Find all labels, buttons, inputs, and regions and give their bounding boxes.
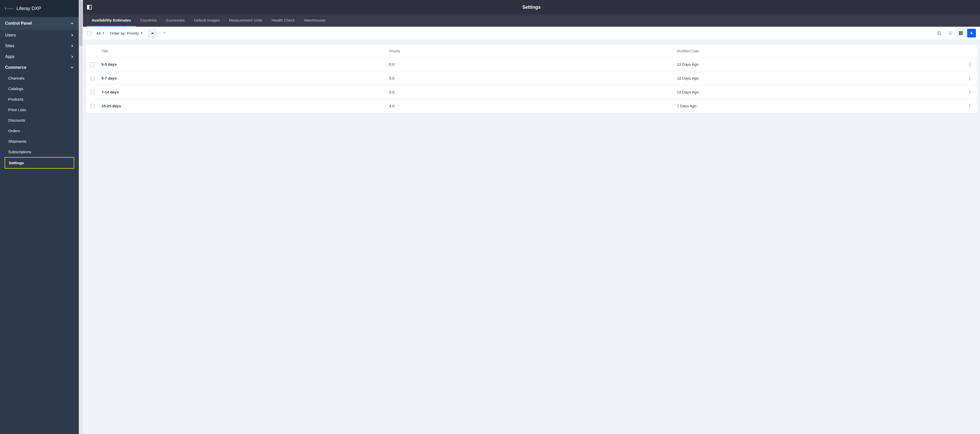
tab-currencies[interactable]: Currencies bbox=[161, 14, 189, 27]
chevron-right-icon bbox=[71, 45, 74, 48]
svg-rect-20 bbox=[960, 33, 961, 33]
brand-title: Liferay DXP bbox=[16, 6, 41, 11]
view-table-button[interactable] bbox=[956, 29, 965, 38]
cell-title[interactable]: 5-7 days bbox=[99, 76, 387, 80]
sidebar-heading-commerce[interactable]: Commerce bbox=[0, 62, 79, 73]
sidebar-item-subscriptions[interactable]: Subscriptions bbox=[0, 146, 79, 157]
svg-point-31 bbox=[969, 78, 970, 78]
sidebar-item-channels[interactable]: Channels bbox=[0, 73, 79, 83]
sidebar-heading-label: Commerce bbox=[5, 65, 26, 70]
svg-marker-4 bbox=[151, 32, 154, 34]
row-checkbox[interactable] bbox=[91, 76, 95, 80]
svg-rect-16 bbox=[959, 31, 960, 32]
caret-up-icon bbox=[151, 32, 154, 34]
sidebar-item-label: Settings bbox=[9, 161, 24, 165]
column-header-priority[interactable]: Priority bbox=[387, 49, 675, 53]
sidebar-item-products[interactable]: Products bbox=[0, 94, 79, 105]
tab-warehouses[interactable]: Warehouses bbox=[299, 14, 330, 27]
svg-point-30 bbox=[969, 76, 970, 77]
tabbar: Availability Estimates Countries Currenc… bbox=[83, 14, 980, 27]
view-list-button[interactable] bbox=[946, 29, 955, 38]
sidebar-item-price-lists[interactable]: Price Lists bbox=[0, 105, 79, 115]
highlighted-nav-item: Settings bbox=[5, 157, 74, 169]
row-actions-button[interactable] bbox=[963, 62, 977, 67]
table-header: Title Priority Modified Date bbox=[86, 45, 977, 57]
panel-toggle-icon[interactable] bbox=[87, 5, 92, 10]
svg-rect-8 bbox=[937, 33, 939, 35]
row-checkbox[interactable] bbox=[91, 104, 95, 108]
tab-health-check[interactable]: Health Check bbox=[267, 14, 299, 27]
sidebar-scrollbar[interactable] bbox=[79, 0, 83, 434]
row-checkbox[interactable] bbox=[91, 90, 95, 94]
cell-priority: 0.0 bbox=[387, 90, 675, 94]
svg-point-37 bbox=[969, 105, 970, 106]
column-header-title[interactable]: Title bbox=[99, 49, 387, 53]
sort-descending-button[interactable] bbox=[160, 29, 169, 38]
chevron-right-icon bbox=[71, 33, 74, 37]
svg-point-33 bbox=[969, 90, 970, 91]
order-by-dropdown[interactable]: Order by: Priority bbox=[110, 31, 143, 35]
svg-rect-9 bbox=[939, 33, 941, 35]
row-actions-button[interactable] bbox=[963, 90, 977, 94]
sidebar-item-apps[interactable]: Apps bbox=[0, 51, 79, 62]
sidebar-item-sites[interactable]: Sites bbox=[0, 41, 79, 51]
scrollbar-thumb[interactable] bbox=[79, 0, 83, 46]
svg-point-34 bbox=[969, 92, 970, 92]
tab-availability-estimates[interactable]: Availability Estimates bbox=[87, 14, 136, 27]
svg-rect-13 bbox=[949, 33, 952, 33]
cell-title[interactable]: 3-5 days bbox=[99, 62, 387, 67]
sidebar-item-label: Sites bbox=[5, 44, 14, 48]
cell-modified: 12 Days Ago bbox=[675, 76, 963, 80]
svg-marker-2 bbox=[141, 32, 142, 33]
tab-measurement-units[interactable]: Measurement Units bbox=[224, 14, 267, 27]
sidebar-heading-label: Control Panel bbox=[5, 21, 32, 25]
row-actions-button[interactable] bbox=[963, 76, 977, 80]
sidebar-item-label: Apps bbox=[5, 54, 14, 59]
sidebar-heading-control-panel[interactable]: Control Panel bbox=[0, 17, 79, 30]
select-all-checkbox[interactable] bbox=[87, 31, 91, 35]
updown-caret-icon bbox=[140, 32, 143, 34]
row-actions-button[interactable] bbox=[963, 104, 977, 108]
sidebar-item-users[interactable]: Users bbox=[0, 30, 79, 41]
view-cards-button[interactable] bbox=[935, 29, 943, 38]
updown-caret-icon bbox=[102, 32, 105, 34]
sidebar-item-catalogs[interactable]: Catalogs bbox=[0, 83, 79, 94]
cell-title[interactable]: 7-14 days bbox=[99, 90, 387, 94]
plus-icon bbox=[969, 31, 974, 35]
svg-rect-11 bbox=[949, 32, 952, 32]
kebab-icon bbox=[969, 62, 970, 67]
svg-rect-15 bbox=[949, 34, 952, 35]
svg-marker-0 bbox=[103, 32, 104, 33]
page-title: Settings bbox=[522, 5, 541, 10]
sidebar-item-label: Price Lists bbox=[8, 108, 26, 112]
sidebar-item-discounts[interactable]: Discounts bbox=[0, 115, 79, 126]
row-checkbox[interactable] bbox=[91, 62, 95, 67]
sidebar: minium Liferay DXP Control Panel Users S… bbox=[0, 0, 79, 434]
sidebar-item-settings[interactable]: Settings bbox=[5, 157, 74, 168]
table-row: 15-21 days 4.0 7 Days Ago bbox=[86, 99, 977, 113]
svg-rect-18 bbox=[961, 31, 963, 32]
svg-point-35 bbox=[969, 93, 970, 94]
svg-rect-19 bbox=[959, 33, 960, 33]
chevron-down-icon bbox=[71, 22, 74, 25]
svg-point-28 bbox=[969, 64, 970, 65]
kebab-icon bbox=[969, 104, 970, 108]
svg-rect-12 bbox=[948, 33, 949, 33]
tab-countries[interactable]: Countries bbox=[136, 14, 161, 27]
add-button[interactable] bbox=[967, 29, 976, 38]
caret-down-icon bbox=[163, 32, 166, 34]
sidebar-item-label: Shipments bbox=[8, 139, 26, 143]
svg-point-29 bbox=[969, 65, 970, 66]
tab-default-images[interactable]: Default Images bbox=[189, 14, 224, 27]
cell-title[interactable]: 15-21 days bbox=[99, 104, 387, 108]
sort-ascending-button[interactable] bbox=[148, 29, 157, 38]
data-table: Title Priority Modified Date 3-5 days 0.… bbox=[86, 45, 977, 113]
sidebar-item-orders[interactable]: Orders bbox=[0, 126, 79, 136]
svg-marker-1 bbox=[103, 33, 104, 34]
svg-point-38 bbox=[969, 107, 970, 108]
filter-dropdown[interactable]: All bbox=[96, 31, 105, 35]
svg-point-27 bbox=[969, 62, 970, 63]
column-header-modified[interactable]: Modified Date bbox=[675, 49, 963, 53]
sidebar-item-label: Subscriptions bbox=[8, 149, 31, 154]
sidebar-item-shipments[interactable]: Shipments bbox=[0, 136, 79, 146]
